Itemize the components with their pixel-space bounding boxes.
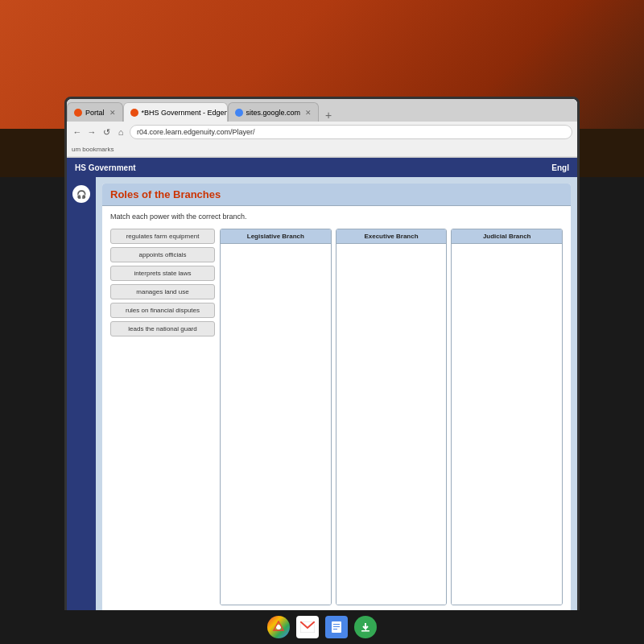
app-header-right: Engl: [551, 163, 569, 172]
drop-zone-judicial-header: Judicial Branch: [452, 229, 562, 244]
svg-rect-4: [333, 626, 340, 627]
svg-rect-3: [333, 624, 340, 625]
instructions-text: Match each power with the correct branch…: [110, 213, 563, 221]
tab-label-portal: Portal: [85, 109, 105, 117]
app-title: HS Government: [75, 163, 136, 172]
tab-edgenuity[interactable]: *BHS Government - Edgenuity cc ✕: [123, 102, 228, 122]
tab-favicon-edgenuity: [130, 109, 138, 117]
tab-close-google[interactable]: ✕: [305, 109, 312, 117]
content-area: Roles of the Branches Match each power w…: [96, 177, 577, 642]
bookmarks-bar: um bookmarks: [67, 142, 577, 157]
bookmarks-label: um bookmarks: [72, 146, 114, 153]
tab-favicon-google: [235, 109, 243, 117]
tab-label-edgenuity: *BHS Government - Edgenuity cc: [142, 109, 228, 117]
tab-bar: Portal ✕ *BHS Government - Edgenuity cc …: [67, 99, 577, 122]
drop-zone-judicial-body[interactable]: [452, 244, 562, 605]
drop-zone-executive-header: Executive Branch: [336, 229, 447, 244]
taskbar-chrome[interactable]: [267, 616, 290, 638]
tab-portal[interactable]: Portal ✕: [67, 102, 123, 122]
browser-chrome: Portal ✕ *BHS Government - Edgenuity cc …: [67, 99, 577, 158]
item-leads[interactable]: leads the national guard: [110, 321, 215, 336]
item-manages[interactable]: manages land use: [110, 284, 215, 299]
drag-drop-area: regulates farm equipment appoints offici…: [110, 229, 563, 605]
lesson-panel: Roles of the Branches Match each power w…: [102, 184, 571, 635]
drop-zone-executive-body[interactable]: [336, 244, 447, 605]
sidebar: 🎧: [67, 177, 96, 642]
back-button[interactable]: ←: [72, 127, 83, 137]
tab-label-google: sites.google.com: [246, 109, 301, 117]
item-interprets[interactable]: interprets state laws: [110, 266, 215, 281]
taskbar-gmail[interactable]: [296, 616, 319, 638]
tab-google[interactable]: sites.google.com ✕: [228, 102, 320, 122]
taskbar: [0, 610, 644, 644]
url-field[interactable]: r04.core.learn.edgenuity.com/Player/: [130, 125, 572, 139]
item-rules[interactable]: rules on financial disputes: [110, 303, 215, 318]
tab-close-portal[interactable]: ✕: [109, 109, 116, 117]
tab-favicon-portal: [74, 109, 82, 117]
drop-zone-executive[interactable]: Executive Branch: [336, 229, 448, 605]
items-column: regulates farm equipment appoints offici…: [110, 229, 215, 605]
app-content: HS Government Engl 🎧 Roles of the Branch…: [67, 158, 577, 642]
item-regulates[interactable]: regulates farm equipment: [110, 229, 215, 244]
lesson-title: Roles of the Branches: [110, 188, 563, 200]
taskbar-docs[interactable]: [325, 616, 348, 638]
drop-zones: Legislative Branch Executive Branch Judi…: [220, 229, 563, 605]
laptop-screen: Portal ✕ *BHS Government - Edgenuity cc …: [64, 97, 580, 644]
svg-rect-5: [333, 629, 337, 630]
app-main: 🎧 Roles of the Branches Match each power…: [67, 177, 577, 642]
home-button[interactable]: ⌂: [115, 127, 126, 137]
drop-zone-legislative[interactable]: Legislative Branch: [220, 229, 332, 605]
new-tab-button[interactable]: +: [319, 109, 338, 122]
svg-rect-6: [361, 630, 369, 632]
lesson-header: Roles of the Branches: [102, 184, 571, 206]
app-header: HS Government Engl: [67, 158, 577, 177]
lesson-body: Match each power with the correct branch…: [102, 206, 571, 612]
reload-button[interactable]: ↺: [101, 127, 112, 138]
browser-address-bar: ← → ↺ ⌂ r04.core.learn.edgenuity.com/Pla…: [67, 122, 577, 142]
drop-zone-legislative-body[interactable]: [221, 244, 331, 605]
item-appoints[interactable]: appoints officials: [110, 247, 215, 262]
drop-zone-legislative-header: Legislative Branch: [221, 229, 331, 244]
audio-icon[interactable]: 🎧: [72, 185, 90, 203]
url-text: r04.core.learn.edgenuity.com/Player/: [137, 128, 254, 136]
taskbar-downloads[interactable]: [354, 616, 377, 638]
forward-button[interactable]: →: [86, 127, 97, 137]
drop-zone-judicial[interactable]: Judicial Branch: [451, 229, 563, 605]
